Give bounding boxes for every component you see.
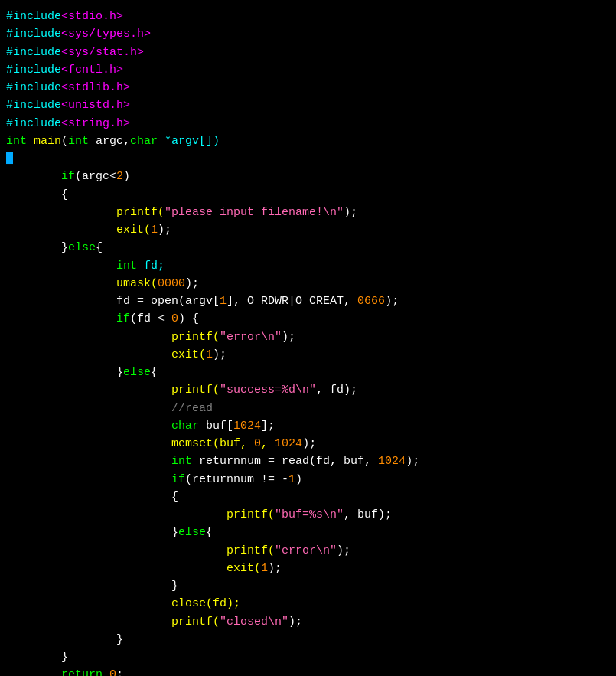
code-editor: #include<stdio.h> #include<sys/types.h> … <box>0 0 616 676</box>
code-content: #include<stdio.h> #include<sys/types.h> … <box>0 3 616 676</box>
